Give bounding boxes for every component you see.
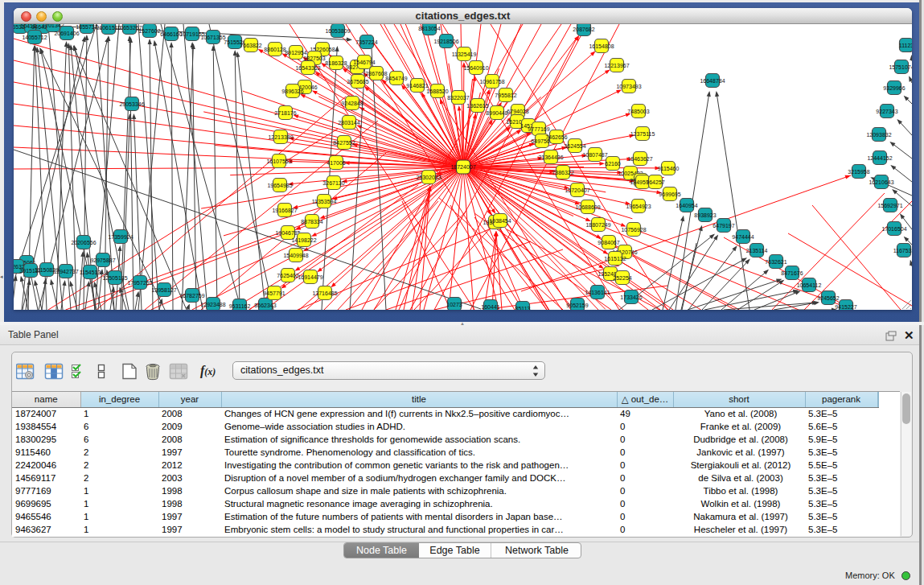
svg-text:1640954: 1640954: [676, 203, 697, 208]
svg-text:1546794: 1546794: [353, 60, 375, 65]
svg-text:9242848: 9242848: [341, 101, 363, 106]
svg-text:8322037: 8322037: [447, 95, 469, 101]
svg-text:252254: 252254: [613, 275, 631, 281]
svg-text:12444152: 12444152: [867, 155, 892, 161]
svg-text:9084067: 9084067: [598, 240, 619, 245]
svg-text:10807487: 10807487: [582, 152, 607, 158]
svg-text:15640910: 15640910: [463, 65, 488, 71]
svg-text:16914479: 16914479: [298, 274, 322, 280]
svg-text:12505185: 12505185: [102, 275, 127, 281]
svg-text:16154808: 16154808: [589, 43, 614, 49]
svg-text:11123: 11123: [899, 43, 912, 48]
svg-text:19218506: 19218506: [433, 39, 458, 44]
svg-text:9777169: 9777169: [528, 126, 549, 132]
svg-text:13716485: 13716485: [312, 290, 337, 296]
svg-text:12923488: 12923488: [200, 302, 225, 307]
svg-text:12213967: 12213967: [604, 63, 629, 68]
svg-text:9245652: 9245652: [817, 295, 839, 301]
svg-text:16053809: 16053809: [325, 28, 350, 34]
svg-text:1938454: 1938454: [489, 218, 511, 224]
svg-text:9146821: 9146821: [406, 83, 428, 89]
svg-text:15692971: 15692971: [877, 203, 902, 208]
svg-text:8912954: 8912954: [285, 50, 306, 56]
svg-text:16543362: 16543362: [295, 65, 320, 71]
svg-text:7462656: 7462656: [545, 134, 567, 140]
svg-text:9457791: 9457791: [263, 290, 285, 296]
svg-text:16782759: 16782759: [179, 293, 204, 299]
svg-text:16210643: 16210643: [869, 179, 893, 185]
svg-text:9329966: 9329966: [883, 85, 905, 91]
svg-text:20206556: 20206556: [71, 240, 96, 245]
svg-text:8813054: 8813054: [418, 26, 440, 31]
svg-text:14055712: 14055712: [22, 35, 47, 40]
svg-text:1855737: 1855737: [76, 24, 97, 30]
svg-text:8454749: 8454749: [385, 76, 407, 81]
svg-text:12942737: 12942737: [53, 269, 78, 274]
svg-text:10654112: 10654112: [797, 282, 822, 288]
svg-text:7663822: 7663822: [240, 43, 261, 48]
svg-text:1154513: 1154513: [80, 270, 101, 275]
svg-text:7632621: 7632621: [765, 259, 786, 265]
svg-text:3675685: 3675685: [347, 79, 368, 84]
svg-text:2867608: 2867608: [365, 71, 387, 76]
svg-text:2803144: 2803144: [338, 120, 359, 126]
svg-text:14198222: 14198222: [291, 237, 316, 243]
svg-text:2718176: 2718176: [274, 110, 296, 116]
svg-text:8878334: 8878334: [301, 219, 322, 225]
svg-text:29053346: 29053346: [119, 101, 144, 107]
svg-text:21364436: 21364436: [538, 154, 563, 160]
svg-text:417006: 417006: [326, 160, 345, 166]
svg-text:3267130: 3267130: [322, 180, 344, 186]
svg-text:6479197: 6479197: [713, 223, 734, 229]
svg-text:17016504: 17016504: [881, 226, 906, 232]
svg-text:9415227: 9415227: [835, 304, 856, 310]
svg-text:1588520: 1588520: [426, 89, 448, 94]
svg-text:17359924: 17359924: [108, 234, 133, 240]
svg-text:7386322: 7386322: [552, 170, 573, 175]
svg-text:20691406: 20691406: [54, 31, 79, 36]
svg-text:1615132: 1615132: [604, 256, 626, 262]
svg-text:10688609: 10688609: [575, 204, 600, 210]
svg-text:12093832: 12093832: [866, 132, 891, 138]
svg-text:92975887: 92975887: [90, 257, 115, 263]
svg-text:1527602: 1527602: [138, 28, 160, 34]
svg-text:3215958: 3215958: [848, 169, 869, 175]
svg-text:8427552: 8427552: [333, 140, 355, 146]
svg-text:16648784: 16648784: [700, 78, 725, 84]
svg-text:11353594: 11353594: [312, 199, 337, 204]
svg-text:8662343: 8662343: [254, 303, 276, 308]
svg-text:15720407: 15720407: [565, 187, 589, 193]
svg-text:13958127: 13958127: [151, 287, 176, 293]
svg-text:62160: 62160: [605, 161, 621, 167]
svg-text:12375115: 12375115: [630, 131, 655, 137]
svg-text:18724007: 18724007: [450, 164, 475, 170]
svg-text:12213389: 12213389: [268, 134, 293, 140]
svg-text:14136141: 14136141: [585, 290, 610, 295]
svg-text:7485003: 7485003: [627, 109, 649, 114]
svg-text:18807249: 18807249: [585, 222, 610, 228]
svg-text:1167533: 1167533: [893, 248, 912, 253]
svg-text:8860128: 8860128: [264, 47, 285, 52]
svg-text:11325419: 11325419: [452, 51, 477, 57]
svg-text:7955812: 7955812: [495, 93, 516, 98]
svg-text:19654923: 19654923: [626, 204, 651, 209]
svg-text:85113: 85113: [515, 306, 531, 311]
svg-text:8471676: 8471676: [781, 270, 803, 276]
svg-text:15751074: 15751074: [889, 64, 912, 70]
svg-text:18463627: 18463627: [627, 156, 652, 162]
svg-text:9827503: 9827503: [303, 56, 325, 61]
svg-text:19654985: 19654985: [267, 183, 292, 188]
svg-text:8990448: 8990448: [486, 110, 507, 116]
svg-text:9474444: 9474444: [732, 234, 754, 240]
svg-text:2087682: 2087682: [573, 27, 594, 32]
svg-text:10273: 10273: [446, 302, 462, 307]
svg-text:9052159: 9052159: [566, 303, 588, 308]
svg-text:2135114: 2135114: [746, 248, 768, 253]
svg-text:10961758: 10961758: [479, 79, 504, 84]
svg-text:160441: 160441: [481, 304, 499, 310]
svg-text:964257: 964257: [646, 179, 664, 185]
svg-text:15409948: 15409948: [283, 253, 308, 258]
svg-text:9531162: 9531162: [229, 303, 251, 309]
svg-text:19046785: 19046785: [275, 230, 300, 236]
svg-text:9227343: 9227343: [876, 109, 897, 114]
